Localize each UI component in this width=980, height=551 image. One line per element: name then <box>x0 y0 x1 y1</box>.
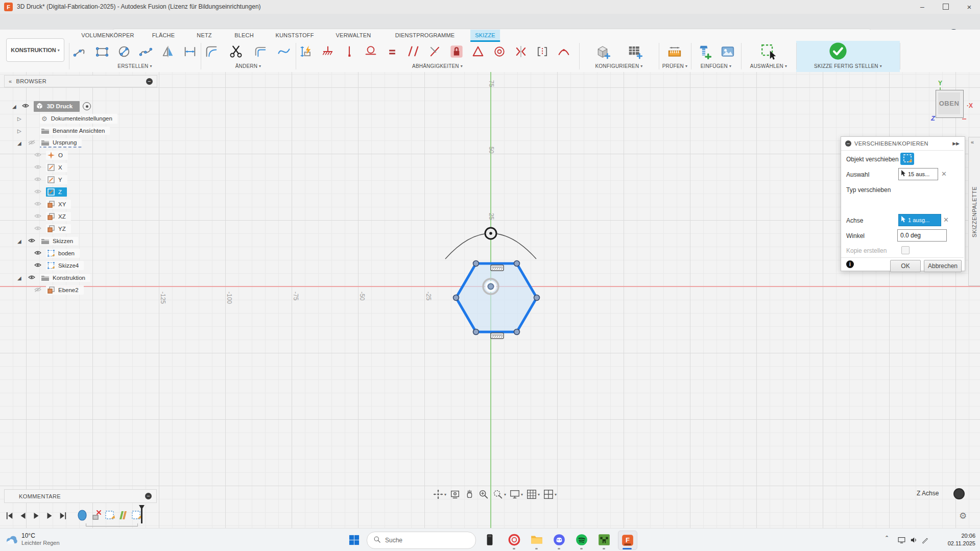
insert-image-icon[interactable] <box>720 44 735 59</box>
browser-item-benannte ansichten[interactable]: ▷Benannte Ansichten <box>4 125 156 137</box>
ribbon-tab-fläche[interactable]: FLÄCHE <box>152 30 175 41</box>
auswahl-clear-icon[interactable]: ✕ <box>941 170 947 178</box>
browser-item-skizzen[interactable]: ◢Skizzen <box>4 235 156 247</box>
pan-icon[interactable] <box>464 489 475 500</box>
item-label[interactable]: Skizze4 <box>58 262 79 269</box>
circle-tool-icon[interactable] <box>117 44 131 59</box>
activate-component-radio[interactable] <box>83 102 91 110</box>
item-label[interactable]: Benannte Ansichten <box>53 128 105 134</box>
orbit-icon[interactable] <box>433 489 444 500</box>
visibility-eye-icon[interactable] <box>34 285 42 295</box>
item-label[interactable]: Skizzen <box>53 238 73 244</box>
taskbar-app-browser-rings[interactable] <box>507 532 522 547</box>
group-label-pr-fen[interactable]: PRÜFEN▾ <box>659 61 691 70</box>
item-label[interactable]: YZ <box>58 226 66 232</box>
parallel-constraint-icon[interactable] <box>407 44 421 59</box>
measure-tool-icon[interactable] <box>667 44 682 59</box>
dimension-tool-icon[interactable] <box>183 44 197 59</box>
viewcube-face-oben[interactable]: OBEN <box>938 92 960 114</box>
polygon-constraint-icon[interactable] <box>471 44 485 59</box>
disclosure-collapsed-icon[interactable]: ▷ <box>17 128 23 134</box>
parallel-constraint-button[interactable] <box>405 43 422 60</box>
item-label[interactable]: Y <box>58 177 62 183</box>
group-label-erstellen[interactable]: ERSTELLEN▾ <box>69 61 201 70</box>
close-icon[interactable]: × <box>959 0 979 13</box>
spline-tool-icon[interactable] <box>139 44 153 59</box>
vertical-constraint-button[interactable] <box>341 43 357 60</box>
item-label[interactable]: Z <box>58 189 62 195</box>
dimension-constraint-button[interactable] <box>298 43 315 60</box>
weather-icon[interactable] <box>5 533 19 549</box>
timeline-slider-handle[interactable] <box>141 506 142 523</box>
polygon-constraint-button[interactable] <box>470 43 486 60</box>
viewports-icon[interactable] <box>543 489 554 500</box>
zoom-button[interactable] <box>477 488 490 500</box>
weather-temp[interactable]: 10°C <box>21 532 35 539</box>
item-label[interactable]: O <box>58 152 63 158</box>
minimize-icon[interactable]: – <box>912 0 933 13</box>
ribbon-tab-blech[interactable]: BLECH <box>234 30 254 41</box>
browser-item-y[interactable]: Y <box>4 174 156 186</box>
trim-tool-button[interactable] <box>228 43 244 60</box>
browser-header[interactable]: « BROWSER − <box>4 75 157 87</box>
measure-tool-button[interactable] <box>666 43 683 60</box>
zoom-icon[interactable] <box>478 489 489 500</box>
skip-start-button[interactable] <box>4 510 15 521</box>
item-label[interactable]: Konstruktion <box>53 275 85 281</box>
mirror-tool-icon[interactable] <box>161 44 175 59</box>
search-input[interactable]: Suche <box>367 532 476 549</box>
konstruktion-dropdown[interactable]: KONSTRUKTION▾ <box>6 38 64 62</box>
group-label-abh-ngigkeiten[interactable]: ABHÄNGIGKEITEN▾ <box>296 61 579 70</box>
taskbar-app-dark-app[interactable] <box>482 532 497 547</box>
winkel-input[interactable]: 0.0 deg <box>897 229 947 242</box>
display-settings-button[interactable]: ▾ <box>509 488 523 500</box>
trim-tool-icon[interactable] <box>229 44 243 59</box>
visibility-eye-icon[interactable] <box>28 236 36 246</box>
item-label[interactable]: X <box>58 164 62 171</box>
chevrons-left-icon[interactable]: « <box>971 139 974 145</box>
fillet-tool-button[interactable] <box>203 43 220 60</box>
symmetry-constraint-icon[interactable] <box>514 44 528 59</box>
midpoint-constraint-button[interactable] <box>534 43 551 60</box>
visibility-eye-icon[interactable] <box>34 249 42 258</box>
lock-constraint-icon[interactable] <box>449 44 464 59</box>
visibility-eye-icon[interactable] <box>34 151 42 160</box>
equal-constraint-button[interactable] <box>384 43 400 60</box>
browser-item-boden[interactable]: boden <box>4 247 156 259</box>
visibility-eye-icon[interactable] <box>34 212 42 221</box>
sketch-feature[interactable] <box>131 508 142 522</box>
skip-start-icon[interactable] <box>5 511 14 520</box>
pen-icon[interactable] <box>920 535 929 544</box>
item-label[interactable]: XY <box>58 201 66 207</box>
offset-tool-button[interactable] <box>252 43 269 60</box>
browser-item-skizze4[interactable]: Skizze4 <box>4 259 156 272</box>
taskbar-app-fusion[interactable]: F <box>618 531 637 550</box>
configure-feature-button[interactable] <box>594 43 611 60</box>
mirror-tool-button[interactable] <box>160 43 176 60</box>
root-label[interactable]: 3D Druck <box>47 103 73 109</box>
finish-sketch-check-button[interactable] <box>828 41 848 61</box>
taskbar-app-file-explorer[interactable] <box>529 532 544 547</box>
disclosure-expanded-icon[interactable]: ◢ <box>17 238 23 244</box>
browser-item-xz[interactable]: XZ <box>4 210 156 223</box>
visibility-eye-icon[interactable] <box>21 102 30 111</box>
group-label-konfigurieren[interactable]: KONFIGURIEREN▾ <box>579 61 659 70</box>
display-icon[interactable] <box>897 535 906 544</box>
group-label-ausw-hlen[interactable]: AUSWÄHLEN▾ <box>741 61 796 70</box>
lock-constraint-button[interactable] <box>448 43 465 60</box>
taskbar-app-discord[interactable] <box>552 532 567 547</box>
configure-table-button[interactable] <box>627 43 643 60</box>
browser-item-konstruktion[interactable]: ◢Konstruktion <box>4 272 156 284</box>
grid-settings-icon[interactable] <box>526 489 537 500</box>
dialog-collapse-icon[interactable]: − <box>845 140 851 147</box>
play-icon[interactable] <box>32 511 41 520</box>
group-label-skizze-fertig-stellen[interactable]: SKIZZE FERTIG STELLEN▾ <box>796 61 900 70</box>
fit-button[interactable]: ▾ <box>492 488 507 500</box>
auswahl-selection-field[interactable]: 15 aus... <box>898 168 938 180</box>
kopie-erstellen-checkbox[interactable] <box>901 246 910 254</box>
chevrons-left-icon[interactable]: « <box>9 78 12 84</box>
chevrons-right-icon[interactable]: ▶▶ <box>952 141 960 146</box>
item-label[interactable]: Ebene2 <box>58 287 79 293</box>
offset-tool-icon[interactable] <box>253 44 268 59</box>
ribbon-tab-dienstprogramme[interactable]: DIENSTPROGRAMME <box>395 30 455 41</box>
